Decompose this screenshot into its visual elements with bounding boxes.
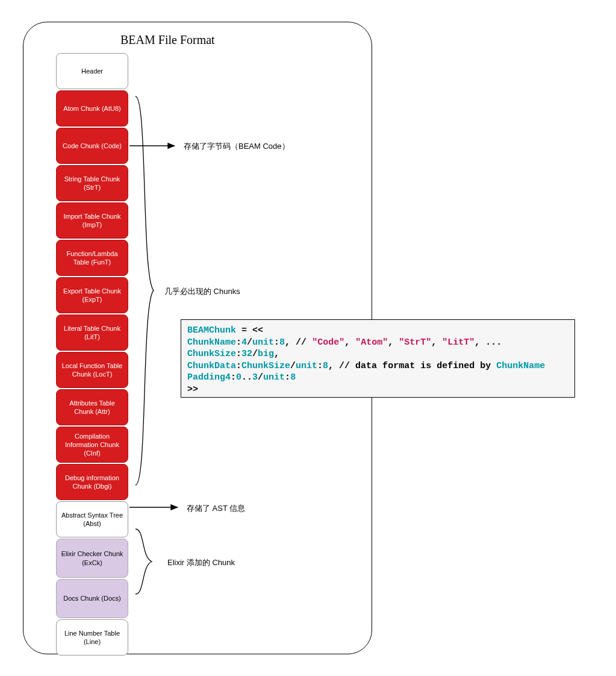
chunk-abst: Abstract Syntax Tree (Abst) <box>56 501 128 537</box>
annotation-elixir: Elixir 添加的 Chunk <box>167 557 235 568</box>
chunk-header: Header <box>56 53 128 89</box>
diagram-title: BEAM File Format <box>120 33 215 47</box>
annotation-often: 几乎必出现的 Chunks <box>164 286 240 297</box>
chunk-code: Code Chunk (Code) <box>56 128 128 164</box>
chunk-expt: Export Table Chunk (ExpT) <box>56 277 128 313</box>
chunk-cinf: Compilation Information Chunk (CInf) <box>56 427 128 463</box>
chunk-docs: Docs Chunk (Docs) <box>56 579 128 618</box>
chunk-exck: Elixir Checker Chunk (ExCk) <box>56 539 128 578</box>
chunk-line: Line Number Table (Line) <box>56 619 128 656</box>
chunk-litt: Literal Table Chunk (LitT) <box>56 315 128 351</box>
chunk-column: Header Atom Chunk (AtU8) Code Chunk (Cod… <box>56 53 128 656</box>
annotation-abst: 存储了 AST 信息 <box>187 503 245 514</box>
chunk-atom: Atom Chunk (AtU8) <box>56 90 128 127</box>
chunk-loct: Local Function Table Chunk (LocT) <box>56 352 128 388</box>
chunk-impt: Import Table Chunk (ImpT) <box>56 202 128 239</box>
chunk-strt: String Table Chunk (StrT) <box>56 165 128 201</box>
code-block: BEAMChunk = << ChunkName:4/unit:8, // "C… <box>181 319 575 398</box>
annotation-code: 存储了字节码（BEAM Code） <box>184 141 290 152</box>
chunk-dbgi: Debug information Chunk (Dbgi) <box>56 464 128 500</box>
chunk-funt: Function/Lambda Table (FunT) <box>56 240 128 276</box>
chunk-attr: Attributes Table Chunk (Attr) <box>56 389 128 425</box>
